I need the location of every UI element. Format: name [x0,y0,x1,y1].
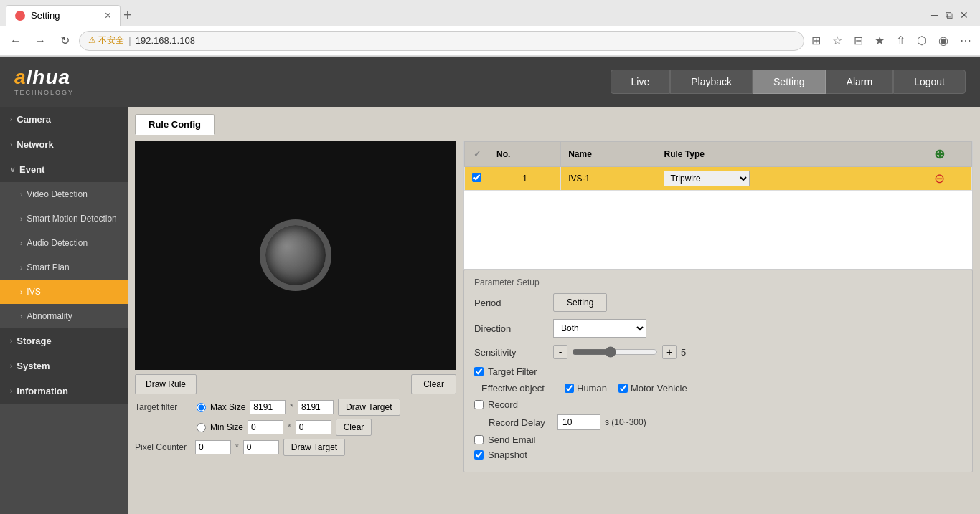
clear-button-1[interactable]: Clear [411,374,456,394]
sensitivity-label: Sensitivity [474,347,546,358]
min-size-radio[interactable] [197,423,206,432]
sensitivity-slider[interactable] [572,346,658,358]
snapshot-checkbox[interactable] [474,450,484,460]
restore-icon[interactable]: ⧉ [946,9,953,22]
nav-alarm-button[interactable]: Alarm [826,70,894,94]
browser-chrome: Setting × + ─ ⧉ ✕ ← → ↻ ⚠ 不安全 | 192.168.… [0,0,980,57]
browser-controls: ← → ↻ ⚠ 不安全 | 192.168.1.108 ⊞ ☆ ⊟ ★ ⇧ ⬡ … [0,26,980,56]
period-setting-button[interactable]: Setting [553,293,607,312]
row-checkbox-cell[interactable] [465,167,489,191]
motor-vehicle-checkbox[interactable] [618,384,628,393]
target-filter-label: Target filter [135,402,192,412]
param-direction-row: Direction A→B B→A Both [474,319,962,338]
add-rule-icon[interactable]: ⊕ [934,147,945,161]
motor-vehicle-check-item[interactable]: Motor Vehicle [618,383,687,394]
direction-select[interactable]: A→B B→A Both [553,319,646,338]
target-filter-checkbox[interactable] [474,367,484,376]
security-warning: ⚠ 不安全 [88,34,124,47]
sidebar-item-abnormality[interactable]: › Abnormality [0,304,128,328]
sidebar-item-system[interactable]: › System [0,353,128,379]
profile-icon[interactable]: ◉ [936,31,951,50]
min-size-width-input[interactable] [248,420,283,434]
sidebar-item-storage[interactable]: › Storage [0,328,128,353]
max-size-separator: * [290,402,293,412]
nav-logout-button[interactable]: Logout [893,70,966,94]
sidebar-label-camera: Camera [17,114,51,125]
logo-text: alhua [14,67,74,87]
minimize-icon[interactable]: ─ [931,9,938,21]
draw-target-button-1[interactable]: Draw Target [338,399,400,416]
human-checkbox[interactable] [565,384,574,393]
col-add[interactable]: ⊕ [908,142,971,167]
send-email-checkbox[interactable] [474,435,484,444]
sidebar-item-information[interactable]: › Information [0,379,128,404]
period-label: Period [474,298,546,308]
favorites-icon[interactable]: ★ [872,31,887,50]
video-controls-row: Draw Rule Clear [135,374,456,394]
pixel-counter-label: Pixel Counter [135,442,187,452]
record-delay-input[interactable] [557,414,600,430]
sidebar-item-video-detection[interactable]: › Video Detection [0,182,128,206]
sensitivity-value: 5 [681,347,686,358]
browser-tab[interactable]: Setting × [6,5,121,26]
sidebar-label-abnormality: Abnormality [27,311,72,321]
new-tab-button[interactable]: + [123,7,132,24]
row-rule-type-cell[interactable]: Tripwire Intrusion [656,167,908,191]
send-email-row: Send Email [474,434,962,445]
reload-button[interactable]: ↻ [55,31,75,51]
nav-playback-button[interactable]: Playback [670,70,753,94]
nav-setting-button[interactable]: Setting [753,70,826,94]
row-checkbox[interactable] [472,173,481,182]
address-text: 192.168.1.108 [136,35,795,46]
collections-icon[interactable]: ⊟ [851,31,866,50]
bookmark-icon[interactable]: ☆ [829,31,845,50]
more-icon[interactable]: ⋯ [957,31,974,50]
address-bar[interactable]: ⚠ 不安全 | 192.168.1.108 [79,31,804,51]
effective-object-row: Effective object Human Motor Vehicle [474,383,962,394]
share-icon[interactable]: ⇧ [893,31,908,50]
max-size-height-input[interactable] [298,400,334,414]
record-row: Record [474,399,962,410]
sidebar-item-event[interactable]: ∨ Event [0,157,128,182]
screenshot-icon[interactable]: ⬡ [914,31,930,50]
pixel-counter-width-input[interactable] [195,440,231,454]
sidebar-label-ivs: IVS [27,287,40,297]
close-window-icon[interactable]: ✕ [960,9,969,21]
col-check: ✓ [465,142,489,167]
sidebar-item-audio-detection[interactable]: › Audio Detection [0,231,128,255]
rule-type-select[interactable]: Tripwire Intrusion [664,171,750,186]
tab-close-icon[interactable]: × [105,10,111,22]
parameter-setup: Parameter Setup Period Setting Direction… [463,270,973,472]
pixel-counter-height-input[interactable] [243,440,279,454]
sidebar-arrow-ab: › [20,313,22,320]
row-delete-cell[interactable]: ⊖ [908,167,971,191]
delete-rule-icon[interactable]: ⊖ [934,171,945,186]
human-label: Human [577,383,607,394]
col-rule-type: Rule Type [656,142,908,167]
max-size-width-input[interactable] [250,400,286,414]
forward-button[interactable]: → [30,31,50,51]
human-check-item[interactable]: Human [565,383,607,394]
tab-rule-config[interactable]: Rule Config [135,114,215,135]
draw-rule-button[interactable]: Draw Rule [135,374,197,394]
sidebar-item-smart-motion[interactable]: › Smart Motion Detection [0,206,128,231]
sensitivity-decrease-button[interactable]: - [553,345,567,359]
record-delay-row: Record Delay s (10~300) [474,414,962,430]
sidebar-item-ivs[interactable]: › IVS [0,280,128,304]
motor-vehicle-label: Motor Vehicle [631,383,687,394]
sidebar-item-smart-plan[interactable]: › Smart Plan [0,255,128,280]
draw-target-button-2[interactable]: Draw Target [283,439,345,456]
reader-icon[interactable]: ⊞ [809,31,824,50]
clear-button-2[interactable]: Clear [336,419,372,436]
max-size-radio[interactable] [197,403,206,412]
record-checkbox[interactable] [474,400,484,409]
param-setup-title: Parameter Setup [474,277,962,287]
nav-live-button[interactable]: Live [611,70,671,94]
content-area: Rule Config Draw Rule Clear Target filte… [128,107,980,514]
sidebar-arrow-vd: › [20,191,22,199]
sensitivity-increase-button[interactable]: + [662,345,677,359]
back-button[interactable]: ← [6,31,26,51]
min-size-height-input[interactable] [296,420,331,434]
sidebar-item-camera[interactable]: › Camera [0,107,128,132]
sidebar-item-network[interactable]: › Network [0,132,128,157]
